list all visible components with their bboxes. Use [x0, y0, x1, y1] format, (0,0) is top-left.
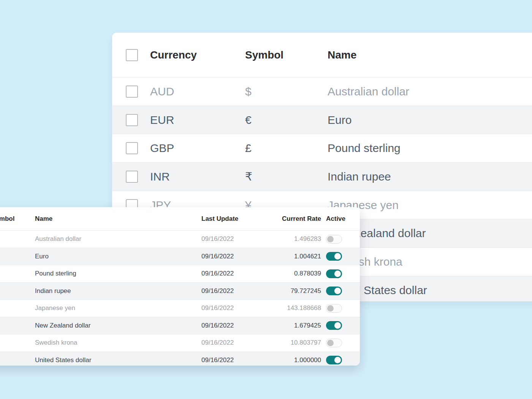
col-header-symbol: Symbol — [245, 49, 328, 61]
table-row: EUR€Euro — [112, 106, 532, 134]
table-row: Swedish krona09/16/202210.803797 — [0, 334, 360, 352]
rates-table-card: Symbol Name Last Update Current Rate Act… — [0, 207, 360, 366]
rate-currency-name: Indian rupee — [35, 287, 201, 295]
currency-symbol: € — [245, 114, 328, 127]
active-toggle[interactable] — [326, 356, 342, 364]
rate-active-cell — [321, 287, 360, 295]
currencies-table-header: Currency Symbol Name — [112, 33, 532, 77]
currency-code: GBP — [150, 142, 245, 155]
table-row: New Zealand dollar09/16/20221.679425 — [0, 317, 360, 334]
rate-current-rate: 1.000000 — [266, 356, 321, 364]
rate-current-rate: 1.496283 — [266, 235, 321, 243]
rate-currency-name: Australian dollar — [35, 235, 201, 243]
rate-last-update: 09/16/2022 — [201, 270, 266, 277]
rate-currency-name: United States dollar — [35, 356, 201, 364]
rate-last-update: 09/16/2022 — [201, 322, 266, 329]
rate-active-cell — [321, 339, 360, 347]
table-row: Pound sterling09/16/20220.878039 — [0, 265, 360, 282]
select-all-checkbox[interactable] — [126, 49, 138, 61]
currency-name: Indian rupee — [328, 170, 532, 183]
rate-currency-name: New Zealand dollar — [35, 322, 201, 329]
toggle-knob — [334, 253, 341, 260]
rate-current-rate: 0.878039 — [266, 270, 321, 277]
rate-current-rate: 79.727245 — [266, 287, 321, 295]
toggle-knob — [327, 305, 334, 312]
checkbox-cell — [112, 49, 150, 61]
table-row: United States dollar09/16/20221.000000 — [0, 352, 360, 366]
table-row: AUD$Australian dollar — [112, 77, 532, 106]
currency-symbol: £ — [245, 142, 328, 155]
checkbox-cell — [112, 142, 150, 154]
col-header-current-rate: Current Rate — [266, 215, 321, 223]
rates-table-header: Symbol Name Last Update Current Rate Act… — [0, 207, 360, 230]
active-toggle[interactable] — [326, 269, 342, 278]
rate-active-cell — [321, 252, 360, 261]
rate-active-cell — [321, 269, 360, 278]
table-row: INR₹Indian rupee — [112, 162, 532, 191]
toggle-knob — [334, 322, 341, 329]
rate-active-cell — [321, 235, 360, 244]
col-header-name: Name — [35, 215, 201, 223]
rates-table-body: Australian dollar09/16/20221.496283Euro0… — [0, 230, 360, 366]
rate-currency-name: Pound sterling — [35, 270, 201, 277]
col-header-last-update: Last Update — [201, 215, 266, 223]
rate-active-cell — [321, 356, 360, 364]
active-toggle[interactable] — [326, 304, 342, 313]
col-header-name: Name — [328, 49, 532, 61]
table-row: GBP£Pound sterling — [112, 134, 532, 162]
rate-active-cell — [321, 321, 360, 330]
currency-name: Euro — [328, 114, 532, 127]
table-row: Australian dollar09/16/20221.496283 — [0, 230, 360, 248]
active-toggle[interactable] — [326, 287, 342, 295]
col-header-currency: Currency — [150, 49, 245, 61]
currency-symbol: ₹ — [245, 170, 328, 183]
checkbox-cell — [112, 171, 150, 183]
currency-code: INR — [150, 170, 245, 183]
currency-name: Australian dollar — [328, 85, 532, 98]
rate-active-cell — [321, 304, 360, 313]
checkbox-cell — [112, 114, 150, 126]
rate-currency-name: Swedish krona — [35, 339, 201, 347]
row-checkbox[interactable] — [126, 86, 138, 98]
table-row: Euro09/16/20221.004621 — [0, 248, 360, 265]
col-header-active: Active — [321, 215, 360, 223]
table-row: Indian rupee09/16/202279.727245 — [0, 282, 360, 300]
table-row: Japanese yen09/16/2022143.188668 — [0, 299, 360, 317]
toggle-knob — [327, 236, 334, 242]
rate-current-rate: 143.188668 — [266, 304, 321, 312]
row-checkbox[interactable] — [126, 114, 138, 126]
rate-last-update: 09/16/2022 — [201, 235, 266, 243]
rate-last-update: 09/16/2022 — [201, 356, 266, 364]
currency-code: AUD — [150, 85, 245, 98]
toggle-knob — [334, 357, 341, 363]
rate-last-update: 09/16/2022 — [201, 253, 266, 260]
active-toggle[interactable] — [326, 235, 342, 244]
toggle-knob — [334, 271, 341, 277]
rate-last-update: 09/16/2022 — [201, 339, 266, 347]
rate-currency-name: Japanese yen — [35, 304, 201, 312]
currency-name: Pound sterling — [328, 142, 532, 155]
rate-currency-name: Euro — [35, 253, 201, 260]
rate-last-update: 09/16/2022 — [201, 304, 266, 312]
active-toggle[interactable] — [326, 252, 342, 261]
toggle-knob — [327, 340, 334, 346]
row-checkbox[interactable] — [126, 142, 138, 154]
rate-current-rate: 1.679425 — [266, 322, 321, 329]
currency-symbol: $ — [245, 85, 328, 98]
rate-current-rate: 1.004621 — [266, 253, 321, 260]
rate-current-rate: 10.803797 — [266, 339, 321, 347]
row-checkbox[interactable] — [126, 171, 138, 183]
active-toggle[interactable] — [326, 321, 342, 330]
active-toggle[interactable] — [326, 339, 342, 347]
currency-code: EUR — [150, 114, 245, 127]
col-header-symbol: Symbol — [0, 215, 35, 223]
checkbox-cell — [112, 86, 150, 98]
rate-last-update: 09/16/2022 — [201, 287, 266, 295]
toggle-knob — [334, 288, 341, 294]
